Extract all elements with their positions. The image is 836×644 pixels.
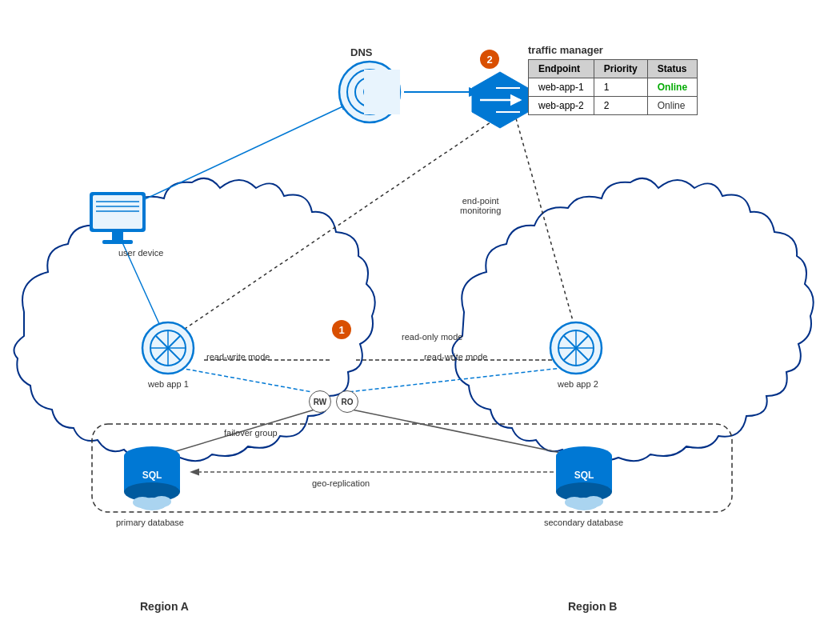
webapp2-label: web app 2	[558, 379, 598, 389]
table-row: web-app-1 1 Online	[529, 78, 698, 97]
status-1: Online	[647, 78, 697, 97]
cloud-region-a	[14, 178, 375, 461]
ro-circle: RO	[336, 390, 358, 413]
sqldb1-text: SQL	[142, 470, 162, 481]
failover-group-border	[92, 424, 732, 512]
sqldb1-cloud2	[133, 497, 152, 508]
read-only-mode-label: read-only mode	[402, 332, 462, 342]
tm-header-endpoint: Endpoint	[529, 60, 594, 78]
tm-header-status: Status	[647, 60, 697, 78]
ro-to-secondarydb-arrow	[344, 408, 576, 456]
geo-replication-label: geo-replication	[312, 478, 370, 488]
priority-1: 1	[594, 78, 647, 97]
cloud-region-b	[453, 178, 814, 461]
read-write-mode-left-label: read-write mode	[206, 352, 270, 362]
region-b-label: Region B	[568, 600, 617, 613]
webapp1-to-rw-line	[180, 368, 312, 392]
rw-circle: RW	[309, 390, 331, 413]
user-device-screen	[93, 195, 142, 229]
region-a-label: Region A	[140, 600, 189, 613]
main-svg: SQL SQL	[0, 0, 836, 644]
user-device-label: user device	[118, 248, 163, 258]
badge-1: 1	[332, 320, 351, 339]
dns-label: DNS	[350, 46, 372, 58]
device-stand-base	[102, 240, 133, 244]
tm-table: Endpoint Priority Status web-app-1 1 Onl…	[528, 59, 698, 115]
webapp1-label: web app 1	[148, 379, 189, 389]
read-write-mode-right-label: read-write mode	[424, 352, 487, 362]
sqldb1-cloud3	[152, 496, 171, 507]
tm-header-priority: Priority	[594, 60, 647, 78]
status-2: Online	[647, 97, 697, 115]
failover-group-label: failover group	[224, 428, 278, 438]
primary-db-label: primary database	[116, 518, 184, 527]
tm-label: traffic manager	[528, 44, 698, 56]
table-row: web-app-2 2 Online	[529, 97, 698, 115]
priority-2: 2	[594, 97, 647, 115]
endpoint-monitoring-label: end-point monitoring	[460, 196, 501, 215]
webapp2-to-ro-line	[348, 366, 576, 392]
dns-cutout	[364, 70, 400, 114]
sqldb2-cloud3	[584, 496, 603, 507]
diagram-container: SQL SQL DNS traffic manager Endp	[0, 0, 836, 644]
device-stand-neck	[112, 232, 123, 240]
endpoint-1: web-app-1	[529, 78, 594, 97]
endpoint-2: web-app-2	[529, 97, 594, 115]
user-to-dns-arrow	[118, 104, 348, 212]
tm-section: traffic manager Endpoint Priority Status…	[528, 44, 698, 115]
sqldb2-cloud2	[565, 497, 584, 508]
sqldb2-text: SQL	[574, 470, 594, 481]
badge-2: 2	[480, 50, 499, 69]
endpoint-monitoring-text: end-point monitoring	[460, 196, 501, 215]
tm-to-webapp1-dotted	[180, 116, 500, 332]
secondary-db-label: secondary database	[544, 518, 623, 527]
